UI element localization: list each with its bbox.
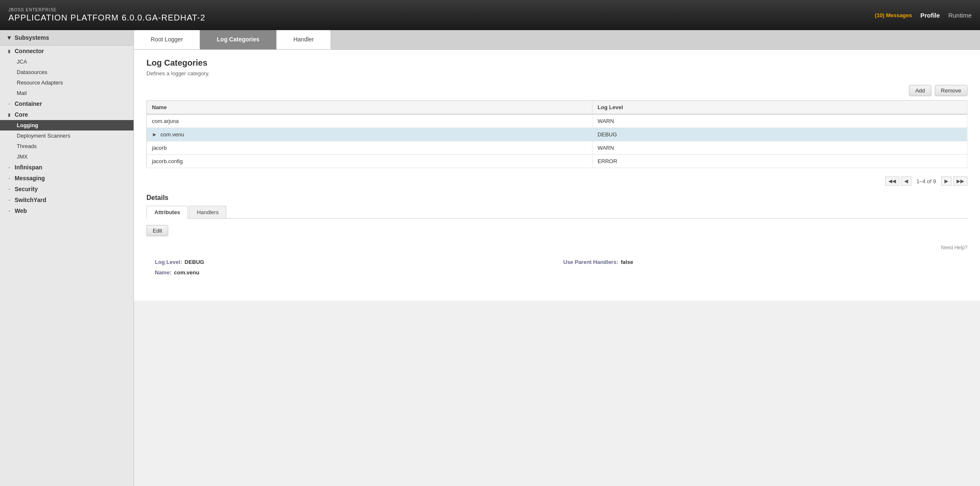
plus-icon-web: ▫ xyxy=(6,208,12,214)
table-row[interactable]: ► com.venu DEBUG xyxy=(147,128,967,141)
sidebar-connector-label: Connector xyxy=(15,48,44,54)
sidebar-item-resource-adapters[interactable]: Resource Adapters xyxy=(0,77,133,88)
row-log-level: WARN xyxy=(593,114,967,128)
sidebar-item-switchyard[interactable]: ▫ SwitchYard xyxy=(0,194,133,205)
col-log-level: Log Level xyxy=(593,101,967,115)
jmx-label: JMX xyxy=(17,153,28,160)
sidebar-title: Subsystems xyxy=(15,34,49,41)
row-name: jacorb xyxy=(147,141,593,155)
nav-links: Profile Runtime xyxy=(920,12,972,19)
mail-label: Mail xyxy=(17,90,27,96)
nav-runtime[interactable]: Runtime xyxy=(948,12,972,19)
container-label: Container xyxy=(15,100,42,107)
sidebar-item-web[interactable]: ▫ Web xyxy=(0,205,133,216)
row-name: ► com.venu xyxy=(147,128,593,141)
tab-handlers[interactable]: Handlers xyxy=(189,206,226,218)
plus-icon-security: ▫ xyxy=(6,186,12,192)
edit-button[interactable]: Edit xyxy=(146,225,168,236)
page-subtitle: Defines a logger category. xyxy=(146,70,967,77)
name-value: com.venu xyxy=(174,269,200,276)
collapse-icon[interactable]: ▼ xyxy=(6,34,12,41)
table-row[interactable]: jacorb.config ERROR xyxy=(147,155,967,168)
sidebar-item-deployment-scanners[interactable]: Deployment Scanners xyxy=(0,130,133,141)
details-title: Details xyxy=(146,194,967,202)
add-button[interactable]: Add xyxy=(909,85,931,96)
row-log-level: DEBUG xyxy=(593,128,967,141)
sidebar-item-threads[interactable]: Threads xyxy=(0,141,133,151)
main-content: Log Categories Defines a logger category… xyxy=(134,50,980,301)
row-log-level: WARN xyxy=(593,141,967,155)
plus-icon-switchyard: ▫ xyxy=(6,197,12,203)
detail-field-use-parent-handlers: Use Parent Handlers: false xyxy=(563,259,959,265)
web-label: Web xyxy=(15,207,27,214)
row-name: com.arjuna xyxy=(147,114,593,128)
sidebar-item-connector[interactable]: ▮ Connector xyxy=(0,46,133,56)
details-section: Details Attributes Handlers Edit Need He… xyxy=(146,194,967,280)
deployment-scanners-label: Deployment Scanners xyxy=(17,133,70,139)
page-title: Log Categories xyxy=(146,58,967,68)
need-help-link[interactable]: Need Help? xyxy=(146,245,967,251)
sidebar-item-logging[interactable]: Logging xyxy=(0,120,133,130)
sidebar-item-infinispan[interactable]: ▫ Infinispan xyxy=(0,162,133,173)
messages-link[interactable]: (10) Messages xyxy=(875,12,912,18)
plus-icon-infinispan: ▫ xyxy=(6,164,12,170)
threads-label: Threads xyxy=(17,143,37,149)
jca-label: JCA xyxy=(17,59,27,65)
core-label: Core xyxy=(15,111,28,118)
minus-icon: ▮ xyxy=(6,48,12,54)
brand-platform: APPLICATION PLATFORM 6.0.0.GA-redhat-2 xyxy=(8,12,205,23)
sidebar-item-core[interactable]: ▮ Core xyxy=(0,109,133,120)
detail-tabs: Attributes Handlers xyxy=(146,206,967,219)
sidebar-item-jca[interactable]: JCA xyxy=(0,56,133,67)
top-bar: JBoss Enterprise APPLICATION PLATFORM 6.… xyxy=(0,0,980,30)
security-label: Security xyxy=(15,186,38,192)
tab-root-logger[interactable]: Root Logger xyxy=(134,30,200,49)
detail-field-name: Name: com.venu xyxy=(155,269,551,276)
plus-icon: ▫ xyxy=(6,101,12,107)
sidebar-item-mail[interactable]: Mail xyxy=(0,88,133,98)
remove-button[interactable]: Remove xyxy=(935,85,967,96)
sidebar-item-datasources[interactable]: Datasources xyxy=(0,67,133,77)
pagination-info: 1–4 of 9 xyxy=(916,178,936,184)
table-row[interactable]: jacorb WARN xyxy=(147,141,967,155)
use-parent-handlers-value: false xyxy=(621,259,634,265)
plus-icon-messaging: ▫ xyxy=(6,175,12,181)
tab-handler[interactable]: Handler xyxy=(277,30,331,49)
brand-enterprise: JBoss Enterprise xyxy=(8,8,205,12)
table-row[interactable]: com.arjuna WARN xyxy=(147,114,967,128)
pagination-prev[interactable]: ◀ xyxy=(901,176,911,186)
content-area: Root Logger Log Categories Handler Log C… xyxy=(134,30,980,486)
nav-profile[interactable]: Profile xyxy=(920,12,940,19)
tab-attributes[interactable]: Attributes xyxy=(146,206,188,219)
pagination-first[interactable]: ◀◀ xyxy=(885,176,899,186)
detail-field-log-level: Log Level: DEBUG xyxy=(155,259,551,265)
row-name: jacorb.config xyxy=(147,155,593,168)
top-bar-right: (10) Messages Profile Runtime xyxy=(875,12,972,19)
sidebar-header: ▼ Subsystems xyxy=(0,30,133,46)
pagination-next[interactable]: ▶ xyxy=(941,176,952,186)
log-level-label: Log Level: xyxy=(155,259,182,265)
detail-fields: Log Level: DEBUG Use Parent Handlers: fa… xyxy=(146,255,967,280)
name-label: Name: xyxy=(155,269,172,276)
main-layout: ▼ Subsystems ▮ Connector JCA Datasources… xyxy=(0,30,980,486)
sidebar-item-container[interactable]: ▫ Container xyxy=(0,98,133,109)
datasources-label: Datasources xyxy=(17,69,47,75)
sidebar: ▼ Subsystems ▮ Connector JCA Datasources… xyxy=(0,30,134,486)
pagination-last[interactable]: ▶▶ xyxy=(953,176,967,186)
resource-adapters-label: Resource Adapters xyxy=(17,79,63,86)
sidebar-item-security[interactable]: ▫ Security xyxy=(0,184,133,194)
col-name: Name xyxy=(147,101,593,115)
sidebar-item-messaging[interactable]: ▫ Messaging xyxy=(0,173,133,184)
brand: JBoss Enterprise APPLICATION PLATFORM 6.… xyxy=(8,8,205,23)
sidebar-item-jmx[interactable]: JMX xyxy=(0,151,133,162)
pagination: ◀◀ ◀ 1–4 of 9 ▶ ▶▶ xyxy=(146,176,967,186)
log-categories-table: Name Log Level com.arjuna WARN ► com.ven… xyxy=(146,100,967,168)
log-level-value: DEBUG xyxy=(185,259,204,265)
row-arrow-icon: ► xyxy=(152,131,157,138)
logging-label: Logging xyxy=(17,122,38,128)
messaging-label: Messaging xyxy=(15,175,45,182)
tab-log-categories[interactable]: Log Categories xyxy=(200,30,277,49)
tabs-bar: Root Logger Log Categories Handler xyxy=(134,30,980,50)
switchyard-label: SwitchYard xyxy=(15,197,46,203)
minus-icon-core: ▮ xyxy=(6,112,12,118)
